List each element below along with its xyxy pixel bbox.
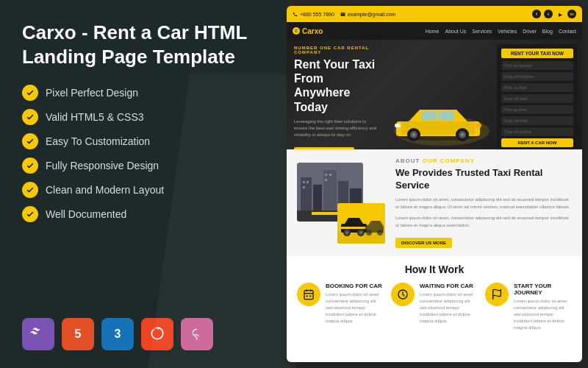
step-2-desc: Lorem ipsum dolor sit amet consectetur a… [420,291,478,325]
feature-item: Clean and Modern Layout [22,182,265,198]
svg-rect-11 [395,124,401,127]
hero-text: Number One Car Rental Company Rent Your … [287,40,387,149]
step-3-title: START YOUR JOURNEY [514,283,572,296]
svg-rect-19 [303,181,305,183]
svg-rect-41 [309,295,311,297]
check-icon [22,182,38,198]
check-icon [22,85,38,101]
nav-links: Home About Us Services Vehicles Driver B… [426,29,576,34]
svg-rect-21 [303,186,305,188]
codeigniter-badge [141,318,173,350]
top-bar: +880 555 7890 example@gmail.com f t ▶ in [287,6,582,22]
linkedin-icon[interactable]: in [567,10,576,18]
svg-rect-4 [438,111,454,121]
hero-subtitle: Leveraging the right fleet solutions to … [294,118,379,138]
car-svg [390,99,486,144]
svg-point-7 [412,133,415,136]
topbar-left: +880 555 7890 example@gmail.com [293,12,395,17]
about-text: ABOUT OUR COMPANY We Provides Trusted Ta… [395,158,572,247]
nav-bar: C Carxo Home About Us Services Vehicles … [287,22,582,40]
pickup-time-field[interactable]: Pick up time [501,105,573,114]
feature-label: Clean and Modern Layout [46,184,164,196]
left-panel: Carxo - Rent a Car HTML Landing Page Tem… [0,0,287,368]
steps-row: BOOKING FOR CAR Lorem ipsum dolor sit am… [297,283,572,331]
svg-point-34 [359,230,363,234]
feature-label: Well Documented [46,208,126,220]
hero-title: Rent Your Taxi From Anywhere Today [294,57,379,114]
nav-vehicles[interactable]: Vehicles [498,29,517,34]
nav-services[interactable]: Services [472,29,492,34]
svg-point-37 [366,230,372,236]
phone-info: +880 555 7890 [293,12,334,17]
how-it-works-section: How It Work BOOKING FOR CAR Lorem ipsum … [287,256,582,362]
vehicle-type-field[interactable]: Type of vehicle [501,127,573,136]
about-title: We Provides Trusted Taxi Rental Service [395,167,572,192]
svg-rect-40 [306,295,308,297]
car-image [387,40,497,149]
booking-form: RENT YOUR TAXI NOW Pick up location Drop… [497,44,578,149]
journey-icon [485,283,509,306]
check-icon [22,206,38,222]
features-list: Pixel Perfect Design Valid HTML5 & CSS3 … [22,85,265,222]
about-desc-2: Lorem ipsum dolor sit amet, consectetur … [395,215,572,229]
step-waiting: WAITING FOR CAR Lorem ipsum dolor sit am… [391,283,478,331]
step-3-text: START YOUR JOURNEY Lorem ipsum dolor sit… [514,283,572,331]
feature-label: Pixel Perfect Design [46,87,138,99]
tech-badges: 53 [22,318,265,350]
feature-label: Easy To Customization [46,135,150,147]
about-section: ABOUT OUR COMPANY We Provides Trusted Ta… [287,149,582,256]
nav-about[interactable]: About Us [445,29,466,34]
feature-item: Pixel Perfect Design [22,85,265,101]
dropoff-time-field[interactable]: Drop off time [501,116,573,125]
feature-item: Well Documented [22,206,265,222]
how-title: How It Work [297,263,572,275]
svg-point-38 [377,230,383,236]
step-1-title: BOOKING FOR CAR [326,283,384,289]
pickup-location-field[interactable]: Pick up location [501,61,573,70]
waiting-icon [391,283,415,306]
email-info: example@gmail.com [340,12,395,17]
step-2-text: WAITING FOR CAR Lorem ipsum dolor sit am… [420,283,478,325]
hero-cta-button[interactable]: RENT A CAR NOW [294,147,354,149]
bootstrap-badge [22,318,54,350]
step-2-title: WAITING FOR CAR [420,283,478,289]
sass-badge [181,318,213,350]
svg-rect-39 [304,291,313,300]
feature-item: Easy To Customization [22,133,265,149]
main-title: Carxo - Rent a Car HTML Landing Page Tem… [22,21,265,68]
svg-rect-23 [329,174,331,176]
about-overlay-image [337,203,385,244]
step-1-desc: Lorem ipsum dolor sit amet consectetur a… [326,291,384,325]
hero-content: Number One Car Rental Company Rent Your … [287,40,582,149]
feature-item: Fully Responsive Design [22,158,265,174]
nav-blog[interactable]: Blog [542,29,553,34]
youtube-icon[interactable]: ▶ [556,10,564,18]
feature-label: Valid HTML5 & CSS3 [46,111,144,123]
about-cta-button[interactable]: DISCOVER US MORE [395,238,452,248]
twitter-icon[interactable]: t [544,10,553,18]
pickup-date-field[interactable]: Pick up date [501,83,573,92]
logo-icon: C [293,27,300,35]
booking-icon [297,283,320,306]
facebook-icon[interactable]: f [532,10,541,18]
nav-logo: C Carxo [293,27,323,35]
step-3-desc: Lorem ipsum dolor sit amet consectetur a… [514,298,572,331]
nav-driver[interactable]: Driver [523,29,537,34]
dropoff-date-field[interactable]: Drop off date [501,94,573,103]
check-icon [22,158,38,174]
right-panel: +880 555 7890 example@gmail.com f t ▶ in… [287,6,582,362]
about-label: ABOUT OUR COMPANY [395,158,572,164]
nav-home[interactable]: Home [426,29,440,34]
about-image-block [297,163,385,244]
step-booking: BOOKING FOR CAR Lorem ipsum dolor sit am… [297,283,384,331]
nav-contact[interactable]: Contact [559,29,576,34]
svg-rect-12 [476,124,481,127]
step-journey: START YOUR JOURNEY Lorem ipsum dolor sit… [485,283,572,331]
hero-section: +880 555 7890 example@gmail.com f t ▶ in… [287,6,582,149]
social-icons: f t ▶ in [532,10,576,18]
about-desc-1: Lorem ipsum dolor sit amet, consectetur … [395,197,572,210]
svg-rect-22 [325,174,327,176]
dropoff-location-field[interactable]: Drop off location [501,72,573,81]
form-submit-button[interactable]: RENT A CAR NOW [501,138,573,147]
feature-label: Fully Responsive Design [46,160,159,171]
